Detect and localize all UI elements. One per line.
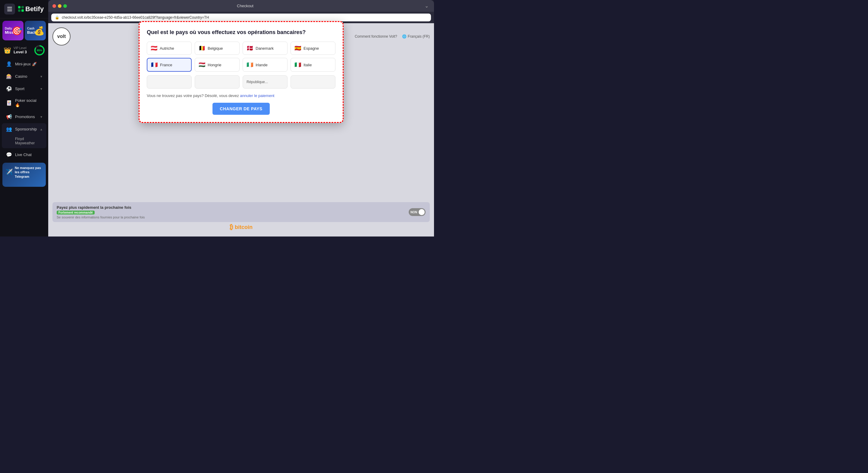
- window-minimize-button[interactable]: [58, 4, 61, 8]
- sidebar-item-casino-label: Casino: [15, 74, 27, 78]
- window-maximize-button[interactable]: [63, 4, 67, 8]
- window-close-button[interactable]: [53, 4, 56, 8]
- logo-dot-2: [22, 6, 24, 8]
- sidebar-item-live-chat[interactable]: 💬 Live Chat: [2, 149, 46, 161]
- nav-item-left: 🃏 Poker social 🔥: [6, 98, 42, 107]
- sidebar-item-sport-label: Sport: [15, 87, 24, 91]
- flag-belgique: 🇧🇪: [198, 45, 205, 52]
- save-faster-row: Payez plus rapidement la prochaine fois …: [53, 202, 430, 222]
- logo-dots: [18, 6, 24, 12]
- bitcoin-label: bitcoin: [235, 224, 253, 230]
- window-expand-button[interactable]: ⌄: [424, 3, 430, 9]
- url-bar[interactable]: 🔒 checkout.volt.io/bc35ceae-e250-4d5a-ab…: [51, 13, 431, 21]
- country-partial-3: République...: [243, 75, 287, 89]
- cashback-card[interactable]: Cash Back 💰: [25, 21, 46, 40]
- country-btn-espagne[interactable]: 🇪🇸 Espagne: [290, 41, 336, 55]
- sidebar-item-sport[interactable]: ⚽ Sport ▾: [2, 83, 46, 95]
- cancel-payment-link[interactable]: annuler le paiement: [240, 93, 274, 98]
- mini-jeux-icon: 👤: [6, 61, 12, 67]
- flag-danemark: 🇩🇰: [247, 45, 253, 52]
- republique-label: République...: [247, 80, 268, 84]
- floyd-mayweather-label: Floyd Mayweather: [15, 137, 35, 145]
- poker-icon: 🃏: [6, 100, 12, 106]
- change-country-button[interactable]: CHANGER DE PAYS: [213, 103, 270, 115]
- sponsorship-sub-item[interactable]: Floyd Mayweather: [2, 135, 46, 148]
- sidebar-item-mini-jeux-label: Mini-jeux 🚀: [15, 62, 37, 66]
- country-name-france: France: [160, 63, 172, 67]
- not-found-prefix: Vous ne trouvez pas votre pays? Désolé, …: [147, 93, 240, 98]
- save-faster-left: Payez plus rapidement la prochaine fois …: [57, 205, 145, 219]
- promotions-icon: 📢: [6, 114, 12, 120]
- toggle-button[interactable]: NON: [409, 208, 426, 216]
- language-value: Français (FR): [408, 34, 430, 38]
- sidebar-item-promotions-label: Promotions: [15, 115, 35, 119]
- sponsorship-header[interactable]: 👥 Sponsorship ▴: [2, 123, 46, 135]
- country-name-danemark: Danemark: [255, 46, 274, 51]
- sponsorship-chevron-icon: ▴: [40, 127, 42, 131]
- sponsorship-section: 👥 Sponsorship ▴ Floyd Mayweather: [2, 123, 46, 148]
- country-name-italie: Italie: [304, 63, 312, 67]
- sidebar: Betify Daily Mission 🎯 Cash Back 💰 👑 VIP…: [0, 0, 48, 236]
- hamburger-line-1: [7, 7, 12, 7]
- vip-section: 👑 VIP Level Level 3 85%: [0, 43, 48, 58]
- nav-item-left: ⚽ Sport: [6, 86, 24, 92]
- country-partial-4: [290, 75, 336, 89]
- vip-level-value: Level 3: [13, 50, 27, 54]
- telegram-banner-inner: ✈️ Ne manquez pas les offres Telegram: [5, 166, 43, 179]
- telegram-banner[interactable]: ✈️ Ne manquez pas les offres Telegram: [2, 163, 46, 187]
- country-name-hongrie: Hongrie: [208, 63, 221, 67]
- flag-irlande: 🇮🇪: [247, 61, 253, 68]
- flag-autriche: 🇦🇹: [151, 45, 157, 52]
- country-partial-2: [195, 75, 240, 89]
- bitcoin-payment-row: ₿ bitcoin: [53, 222, 430, 232]
- window-titlebar: Checkout ⌄: [48, 0, 434, 12]
- vip-level-label: VIP Level: [13, 46, 27, 50]
- nav-item-left: 👥 Sponsorship: [6, 126, 37, 132]
- sidebar-item-casino[interactable]: 🎰 Casino ▾: [2, 70, 46, 82]
- country-btn-autriche[interactable]: 🇦🇹 Autriche: [147, 41, 192, 55]
- window-controls: [53, 4, 67, 8]
- sport-icon: ⚽: [6, 86, 12, 92]
- url-text: checkout.volt.io/bc35ceae-e250-4d5a-ab13…: [62, 15, 427, 20]
- secure-icon: 🔒: [55, 15, 59, 20]
- logo-dot-3: [18, 9, 21, 12]
- how-it-works-link[interactable]: Comment fonctionne Volt?: [355, 34, 397, 38]
- logo: Betify: [18, 5, 44, 13]
- country-name-belgique: Belgique: [208, 46, 223, 51]
- hamburger-button[interactable]: [4, 4, 15, 14]
- country-btn-irlande[interactable]: 🇮🇪 Irlande: [243, 58, 287, 72]
- sidebar-item-live-chat-label: Live Chat: [15, 152, 32, 157]
- sidebar-header: Betify: [0, 0, 48, 19]
- country-btn-danemark[interactable]: 🇩🇰 Danemark: [243, 41, 287, 55]
- main-content: Checkout ⌄ 🔒 checkout.volt.io/bc35ceae-e…: [48, 0, 434, 236]
- country-btn-france[interactable]: 🇫🇷 France: [147, 58, 192, 72]
- sidebar-item-poker[interactable]: 🃏 Poker social 🔥: [2, 95, 46, 110]
- recommended-badge: Fortement recommandé: [57, 211, 95, 215]
- sport-chevron-icon: ▾: [40, 87, 42, 91]
- save-faster-sub: Se souvenir des informations fournies po…: [57, 215, 145, 219]
- sidebar-item-poker-label: Poker social 🔥: [15, 98, 42, 107]
- sidebar-item-promotions[interactable]: 📢 Promotions ▾: [2, 111, 46, 123]
- casino-chevron-icon: ▾: [40, 74, 42, 78]
- country-modal-title: Quel est le pays où vous effectuez vos o…: [147, 29, 336, 36]
- vip-progress-value: 85%: [36, 46, 43, 54]
- country-btn-belgique[interactable]: 🇧🇪 Belgique: [195, 41, 240, 55]
- daily-mission-card[interactable]: Daily Mission 🎯: [2, 21, 24, 40]
- country-btn-hongrie[interactable]: 🇭🇺 Hongrie: [195, 58, 240, 72]
- flag-france: 🇫🇷: [151, 61, 158, 68]
- country-btn-italie[interactable]: 🇮🇹 Italie: [290, 58, 336, 72]
- globe-icon: 🌐: [402, 34, 407, 38]
- save-faster-title: Payez plus rapidement la prochaine fois: [57, 205, 145, 210]
- logo-text: Betify: [25, 5, 44, 13]
- nav-item-left: 🎰 Casino: [6, 73, 27, 79]
- logo-dot-1: [18, 6, 21, 8]
- checkout-body: volt Comment fonctionne Volt? 🌐 Français…: [48, 23, 434, 236]
- nav-item-left: 👤 Mini-jeux 🚀: [6, 61, 37, 67]
- not-found-text: Vous ne trouvez pas votre pays? Désolé, …: [147, 93, 336, 98]
- country-partial-1: [147, 75, 192, 89]
- window-title: Checkout: [70, 4, 421, 8]
- flag-espagne: 🇪🇸: [294, 45, 301, 52]
- country-name-espagne: Espagne: [304, 46, 319, 51]
- sidebar-item-mini-jeux[interactable]: 👤 Mini-jeux 🚀: [2, 58, 46, 70]
- language-selector[interactable]: 🌐 Français (FR): [402, 34, 430, 38]
